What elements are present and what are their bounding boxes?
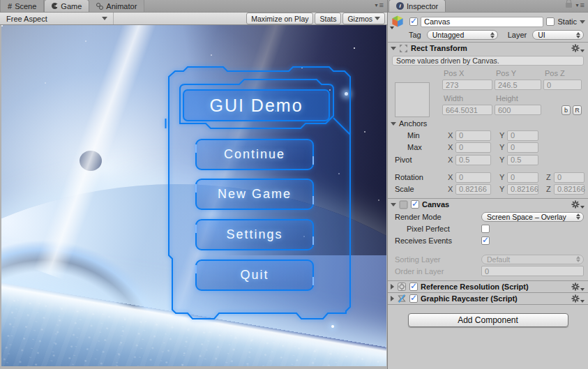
popup-arrows-icon <box>487 32 495 38</box>
component-menu[interactable] <box>571 283 585 291</box>
game-view-toolbar: Free Aspect Maximize on Play Stats Gizmo… <box>0 13 387 25</box>
gameobject-cube-icon[interactable] <box>390 14 407 29</box>
tag-layer-row: Tag Untagged Layer UI <box>409 30 584 40</box>
caret-down-icon[interactable]: ▾ <box>576 2 579 8</box>
sorting-layer-dropdown[interactable]: Default <box>481 255 584 264</box>
gameobject-name-field[interactable]: Canvas <box>421 17 543 27</box>
layer-value: UI <box>538 31 545 39</box>
component-menu[interactable] <box>571 44 585 52</box>
active-checkbox[interactable] <box>409 17 418 26</box>
game-icon <box>52 3 58 9</box>
canvas-header[interactable]: Canvas <box>388 199 588 210</box>
width-label: Width <box>442 94 492 103</box>
static-chevron-icon[interactable] <box>580 20 585 24</box>
foldout-open-icon[interactable] <box>391 47 396 50</box>
tab-scene[interactable]: # Scene <box>0 0 44 12</box>
rotation-x-field[interactable]: 0 <box>455 172 491 183</box>
quit-button[interactable]: Quit <box>195 259 314 291</box>
tab-game[interactable]: Game <box>44 0 89 12</box>
tag-dropdown[interactable]: Untagged <box>427 30 498 40</box>
rect-transform-component: Rect Transform Some values driven by Can… <box>388 42 588 198</box>
static-checkbox[interactable] <box>546 17 555 26</box>
component-menu[interactable] <box>571 294 585 303</box>
width-field[interactable]: 664.5031 <box>442 105 492 115</box>
maximize-on-play-label: Maximize on Play <box>251 15 308 23</box>
canvas-enabled-checkbox[interactable] <box>411 200 419 209</box>
receives-events-row: Receives Events <box>395 235 584 246</box>
tab-scene-label: Scene <box>15 2 36 10</box>
gizmos-button[interactable]: Gizmos <box>342 13 385 24</box>
render-mode-dropdown[interactable]: Screen Space – Overlay <box>481 212 584 222</box>
hamburger-icon[interactable]: ≡ <box>580 1 585 9</box>
scene-icon: # <box>8 3 12 10</box>
game-title: GUI Demo <box>183 90 329 121</box>
axis-y-label: Y <box>499 156 506 164</box>
pos-z-field[interactable]: 0 <box>543 80 582 90</box>
scale-row: Scale X 0.82166 Y 0.82166 Z 0.82166 <box>395 184 584 194</box>
gear-icon <box>571 294 580 303</box>
layer-dropdown[interactable]: UI <box>532 30 584 40</box>
tab-animator[interactable]: Animator <box>89 0 144 12</box>
stats-button[interactable]: Stats <box>315 13 341 24</box>
add-component-button[interactable]: Add Component <box>408 313 568 327</box>
blueprint-mode-button[interactable]: b <box>561 105 571 115</box>
foldout-open-icon[interactable] <box>391 203 396 206</box>
anchor-max-y-field[interactable]: 0 <box>507 142 538 153</box>
pivot-label: Pivot <box>395 156 448 164</box>
pos-y-field[interactable]: 246.5 <box>495 80 541 90</box>
rect-transform-header[interactable]: Rect Transform <box>388 43 588 54</box>
lock-icon[interactable] <box>566 3 572 8</box>
raw-edit-mode-button[interactable]: R <box>573 105 582 115</box>
reference-resolution-title: Reference Resolution (Script) <box>421 283 529 291</box>
tag-label: Tag <box>409 31 421 39</box>
anchors-max-row: Max X 0 Y 0 <box>395 142 584 152</box>
graphic-raycaster-icon <box>397 294 407 303</box>
continue-button[interactable]: Continue <box>195 139 314 170</box>
sorting-layer-value: Default <box>487 255 510 264</box>
axis-y-label: Y <box>499 143 506 151</box>
axis-y-label: Y <box>499 185 506 193</box>
order-in-layer-field[interactable]: 0 <box>481 266 584 276</box>
foldout-closed-icon[interactable] <box>391 284 394 289</box>
rotation-y-field[interactable]: 0 <box>507 172 538 183</box>
pivot-x-field[interactable]: 0.5 <box>455 155 491 165</box>
height-field[interactable]: 600 <box>495 105 541 115</box>
component-menu[interactable] <box>571 200 585 209</box>
driven-warning: Some values driven by Canvas. <box>392 56 584 66</box>
anchor-max-x-field[interactable]: 0 <box>455 142 491 153</box>
new-game-button[interactable]: New Game <box>195 179 314 210</box>
foldout-closed-icon[interactable] <box>391 296 394 301</box>
pivot-y-field[interactable]: 0.5 <box>507 155 538 165</box>
info-icon: i <box>396 2 404 10</box>
reference-resolution-checkbox[interactable] <box>409 283 418 291</box>
graphic-raycaster-component: Graphic Raycaster (Script) <box>388 292 588 305</box>
pos-x-field[interactable]: 273 <box>442 80 492 90</box>
rotation-z-field[interactable]: 0 <box>554 172 585 183</box>
graphic-raycaster-checkbox[interactable] <box>409 294 418 303</box>
anchor-preview-box[interactable] <box>395 82 430 117</box>
pixel-perfect-checkbox[interactable] <box>481 225 490 233</box>
anchor-min-x-field[interactable]: 0 <box>455 130 491 141</box>
chevron-down-icon <box>375 17 380 20</box>
inspector-menu-group: ▾ ≡ <box>566 1 588 12</box>
scale-x-field[interactable]: 0.82166 <box>455 184 491 195</box>
icon-picker-chevron <box>390 27 394 29</box>
render-mode-row: Render Mode Screen Space – Overlay <box>395 211 584 222</box>
receives-events-checkbox[interactable] <box>481 236 490 245</box>
scale-y-field[interactable]: 0.82166 <box>507 184 538 195</box>
tab-inspector-label: Inspector <box>407 2 438 10</box>
scale-z-field[interactable]: 0.82166 <box>554 184 585 195</box>
graphic-raycaster-header[interactable]: Graphic Raycaster (Script) <box>388 293 588 304</box>
anchor-min-y-field[interactable]: 0 <box>507 130 538 141</box>
reference-resolution-header[interactable]: Reference Resolution (Script) <box>388 281 588 292</box>
gear-icon <box>571 44 580 52</box>
canvas-title: Canvas <box>422 200 449 209</box>
popup-arrows-icon <box>573 32 580 38</box>
tab-inspector[interactable]: i Inspector <box>389 0 446 12</box>
panel-menu-button[interactable]: ▾ ≡ <box>375 1 387 12</box>
aspect-dropdown[interactable]: Free Aspect <box>2 13 114 24</box>
settings-button[interactable]: Settings <box>195 219 314 250</box>
anchors-min-row: Min X 0 Y 0 <box>395 130 584 140</box>
maximize-on-play-button[interactable]: Maximize on Play <box>246 13 313 24</box>
anchors-foldout[interactable]: Anchors <box>391 119 584 128</box>
